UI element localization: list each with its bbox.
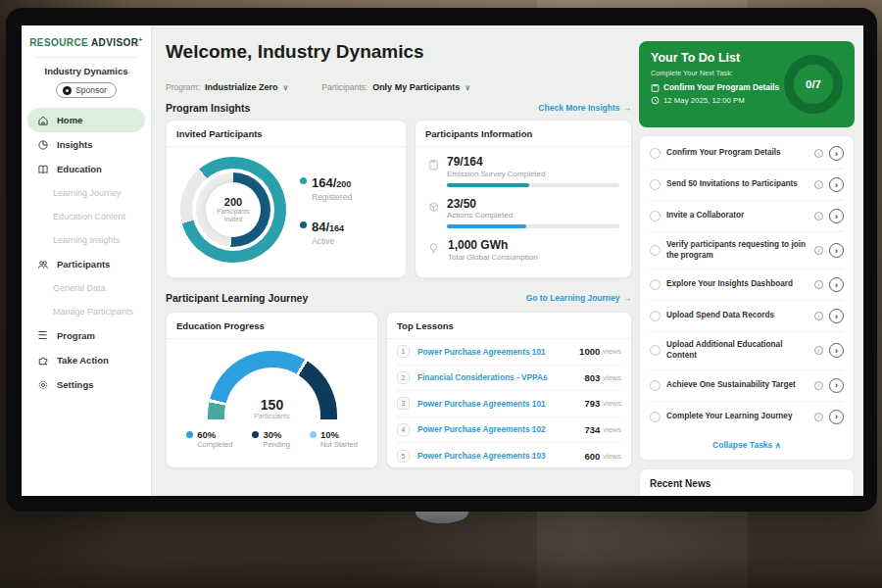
consumption-icon (427, 239, 440, 262)
chevron-right-icon: › (835, 280, 838, 290)
task-open-button[interactable]: › (829, 410, 844, 424)
participants-filter[interactable]: Participants:Only My Participants∨ (321, 76, 470, 94)
divider (33, 57, 139, 58)
views-label: views (603, 373, 621, 382)
lesson-link[interactable]: Financial Considerations - VPPAs (417, 372, 584, 382)
link-label: Check More Insights (538, 103, 619, 113)
task-row: Confirm Your Program Details i › (650, 138, 844, 170)
task-checkbox[interactable] (650, 245, 661, 256)
legend-label: Active (312, 236, 352, 246)
task-open-button[interactable]: › (829, 343, 844, 358)
lesson-row: 5 Power Purchase Agreements 103 600 view… (397, 443, 621, 469)
task-checkbox[interactable] (650, 412, 661, 422)
info-icon[interactable]: i (814, 212, 823, 220)
info-icon[interactable]: i (814, 246, 823, 255)
sidebar-item-settings[interactable]: Settings (27, 372, 145, 397)
lesson-link[interactable]: Power Purchase Agreements 101 (417, 347, 579, 357)
lesson-link[interactable]: Power Purchase Agreements 103 (417, 451, 584, 461)
clipboard-icon (651, 83, 660, 92)
task-checkbox[interactable] (650, 148, 661, 159)
sidebar-item-insights[interactable]: Insights (27, 132, 145, 157)
sidebar-item-label: Home (57, 115, 82, 125)
task-row: Invite a Collaborator i › (650, 201, 844, 232)
collapse-tasks-link[interactable]: Collapse Tasks ∧ (650, 432, 844, 456)
participants-filter-value: Only My Participants (372, 82, 460, 92)
sidebar-item-program[interactable]: ☰ Program (27, 323, 145, 348)
task-checkbox[interactable] (650, 345, 661, 356)
lesson-link[interactable]: Power Purchase Agreements 101 (417, 399, 584, 409)
legend-denominator: 164 (329, 223, 344, 233)
sidebar: RESOURCE ADVISOR+ Industry Dynamics Spon… (22, 25, 152, 496)
task-open-button[interactable]: › (829, 309, 844, 323)
sidebar-item-take-action[interactable]: Take Action (27, 348, 145, 372)
light-blue-dot-icon (310, 431, 317, 438)
info-icon[interactable]: i (814, 180, 823, 189)
legend-value: 84/ (312, 220, 329, 234)
task-open-button[interactable]: › (829, 243, 844, 258)
filters-row: Program:Industrialize Zero∨ Participants… (166, 76, 470, 94)
views-count: 734 (584, 424, 600, 435)
info-icon[interactable]: i (814, 149, 823, 158)
progress-fill (447, 183, 529, 187)
program-filter[interactable]: Program:Industrialize Zero∨ (166, 76, 288, 94)
sidebar-item-manage-participants[interactable]: Manage Participants (22, 300, 151, 323)
views-count: 793 (584, 398, 600, 409)
task-checkbox[interactable] (650, 311, 661, 321)
views-count: 600 (584, 451, 600, 462)
sidebar-item-learning-journey[interactable]: Learning Journey (22, 181, 151, 205)
go-to-learning-journey-link[interactable]: Go to Learning Journey→ (526, 293, 631, 303)
chevron-right-icon: › (835, 312, 838, 321)
main-content: Welcome, Industry Dynamics Program:Indus… (166, 25, 631, 496)
lesson-link[interactable]: Power Purchase Agreements 102 (417, 424, 584, 434)
info-icon[interactable]: i (814, 280, 823, 289)
task-open-button[interactable]: › (829, 146, 844, 161)
stat-actions-completed: 23/50 Actions Completed (427, 198, 619, 229)
book-icon (36, 163, 49, 175)
card-title: Education Progress (167, 313, 377, 339)
task-open-button[interactable]: › (829, 209, 844, 223)
sidebar-item-education[interactable]: Education (27, 157, 145, 181)
task-checkbox[interactable] (650, 380, 661, 391)
task-open-button[interactable]: › (829, 277, 844, 292)
card-title: Participants Information (416, 121, 631, 147)
link-label: Go to Learning Journey (526, 293, 620, 303)
gauge-label: Participants (208, 413, 337, 419)
sidebar-item-general-data[interactable]: General Data (22, 276, 151, 300)
views-label: views (603, 347, 621, 356)
task-row: Upload Additional Educational Content i … (650, 332, 844, 369)
task-row: Achieve One Sustainability Target i › (650, 370, 844, 402)
todo-counter: 0/7 (806, 78, 821, 90)
participants-information-card: Participants Information 79/164 Emission… (415, 120, 632, 278)
task-checkbox[interactable] (650, 211, 661, 221)
task-label: Invite a Collaborator (666, 211, 808, 221)
sidebar-item-home[interactable]: Home (27, 108, 145, 132)
stat-label: Emission Survey Completed (447, 170, 619, 178)
chevron-right-icon: › (835, 180, 838, 190)
sidebar-item-learning-insights[interactable]: Learning Insights (22, 228, 151, 252)
sidebar-item-label: Insights (57, 139, 92, 150)
stat-label: Actions Completed (447, 211, 619, 220)
due-date-row: 12 May 2025, 12:00 PM (651, 96, 779, 105)
brand-logo[interactable]: RESOURCE ADVISOR+ (22, 25, 151, 48)
sidebar-item-participants[interactable]: Participants (27, 252, 145, 276)
sidebar-item-education-content[interactable]: Education Content (22, 205, 151, 228)
info-icon[interactable]: i (814, 413, 823, 421)
gear-icon (36, 378, 49, 391)
legend-pct: 10% (320, 429, 358, 440)
info-icon[interactable]: i (814, 381, 823, 390)
task-checkbox[interactable] (650, 279, 661, 290)
clock-icon (651, 96, 660, 105)
todo-task-list-card: Confirm Your Program Details i › Send 50… (639, 135, 855, 461)
top-lessons-card: Top Lessons 1 Power Purchase Agreements … (386, 312, 632, 468)
task-open-button[interactable]: › (829, 378, 844, 393)
views-label: views (603, 452, 621, 461)
sponsor-badge: Sponsor (56, 82, 117, 98)
check-more-insights-link[interactable]: Check More Insights→ (538, 103, 631, 113)
info-icon[interactable]: i (814, 312, 823, 320)
sponsor-icon (63, 86, 72, 95)
task-checkbox[interactable] (650, 179, 661, 190)
task-label: Complete Your Learning Journey (666, 412, 808, 422)
info-icon[interactable]: i (814, 346, 823, 355)
rank-badge: 5 (397, 450, 410, 463)
task-open-button[interactable]: › (829, 177, 844, 192)
